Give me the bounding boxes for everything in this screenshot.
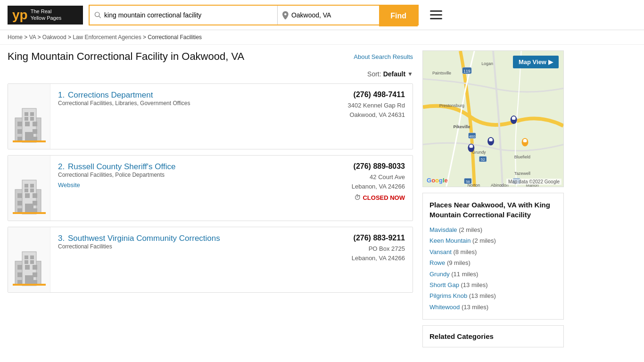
about-search-results-link[interactable]: About Search Results	[354, 53, 413, 60]
nearby-item: Keen Mountain (2 miles)	[429, 235, 557, 246]
card-title-3[interactable]: 3. Southwest Virginia Community Correcti…	[58, 234, 220, 243]
map-view-button[interactable]: Map View ▶	[513, 56, 559, 68]
svg-rect-22	[33, 193, 37, 198]
card-categories-2: Correctional Facilities, Police Departme…	[58, 172, 311, 178]
svg-text:Logan: Logan	[481, 61, 493, 66]
svg-rect-23	[17, 201, 22, 206]
card-address-1: 3402 Kennel Gap Rd Oakwood, VA 24631	[326, 101, 405, 119]
result-card-2: 2. Russell County Sheriff's Office Corre…	[8, 155, 413, 221]
card-phone-1[interactable]: (276) 498-7411	[326, 90, 405, 99]
svg-rect-36	[25, 265, 30, 270]
svg-point-2	[284, 13, 287, 15]
svg-rect-37	[33, 265, 37, 270]
sort-bar: Sort: Default ▼	[8, 66, 413, 83]
svg-point-73	[489, 138, 493, 142]
main-container: King Mountain Correctional Facility in O…	[0, 45, 644, 347]
svg-rect-28	[25, 184, 28, 188]
svg-rect-5	[17, 122, 22, 126]
logo[interactable]: yp The Real Yellow Pages	[8, 6, 83, 25]
svg-rect-7	[33, 122, 37, 126]
sort-label: Sort:	[367, 70, 381, 78]
svg-text:460: 460	[469, 134, 476, 139]
nearby-link[interactable]: Shortt Gap	[429, 281, 459, 288]
map-pin-2	[487, 137, 494, 146]
search-keyword-input[interactable]	[104, 11, 272, 19]
find-button[interactable]: Find	[379, 6, 418, 26]
card-title-2[interactable]: 2. Russell County Sheriff's Office	[58, 162, 175, 171]
card-number-1: 1.	[58, 90, 65, 99]
nearby-link[interactable]: Grundy	[429, 271, 450, 278]
svg-point-76	[512, 116, 516, 120]
closed-badge-2: ⏱ CLOSED NOW	[326, 194, 405, 201]
results-header: King Mountain Correctional Facility in O…	[8, 45, 413, 66]
map-svg: Paintsville Logan Prestonsburg Pikeville…	[423, 51, 563, 187]
svg-point-79	[523, 139, 527, 143]
card-number-2: 2.	[58, 162, 65, 171]
clock-icon-2: ⏱	[354, 194, 361, 201]
card-image-2	[8, 156, 50, 221]
svg-rect-35	[17, 265, 22, 270]
card-address-line1-1: 3402 Kennel Gap Rd	[326, 101, 405, 110]
svg-rect-30	[25, 189, 28, 192]
nearby-link[interactable]: Vansant	[429, 248, 452, 255]
map-view-label: Map View	[519, 58, 546, 66]
result-card-1: 1. Corrections Department Correctional F…	[8, 83, 413, 149]
card-address-line2-1: Oakwood, VA 24631	[326, 110, 405, 120]
breadcrumb-law-enforcement[interactable]: Law Enforcement Agencies	[73, 34, 141, 41]
svg-rect-46	[30, 260, 34, 264]
svg-text:Prestonsburg: Prestonsburg	[439, 103, 464, 108]
svg-rect-8	[17, 129, 22, 134]
svg-point-70	[469, 145, 473, 148]
card-title-1[interactable]: 1. Corrections Department	[58, 90, 153, 99]
results-section: King Mountain Correctional Facility in O…	[8, 45, 413, 347]
svg-rect-16	[30, 117, 34, 121]
svg-rect-44	[30, 255, 34, 259]
svg-rect-31	[30, 189, 34, 192]
card-address-line2-2: Lebanon, VA 24266	[326, 182, 405, 191]
svg-text:Paintsville: Paintsville	[432, 71, 451, 75]
breadcrumb-va[interactable]: VA	[29, 34, 36, 41]
search-location-input[interactable]	[291, 11, 374, 19]
nearby-link[interactable]: Keen Mountain	[429, 237, 471, 244]
card-phone-2[interactable]: (276) 889-8033	[326, 162, 405, 171]
hamburger-menu[interactable]	[430, 10, 442, 19]
breadcrumb-home[interactable]: Home	[8, 34, 23, 41]
sort-value[interactable]: Default	[383, 70, 405, 78]
breadcrumb-oakwood[interactable]: Oakwood	[42, 34, 66, 41]
card-name-2: Russell County Sheriff's Office	[68, 162, 175, 171]
svg-text:Bluefield: Bluefield	[514, 155, 530, 159]
svg-rect-47	[13, 284, 46, 286]
nearby-link[interactable]: Pilgrims Knob	[429, 292, 467, 299]
result-card-3: 3. Southwest Virginia Community Correcti…	[8, 227, 413, 293]
location-icon	[282, 11, 289, 19]
card-website-link-2[interactable]: Website	[58, 181, 80, 189]
map-attribution: Map data ©2022 Google	[506, 179, 561, 185]
search-bar: Find	[89, 5, 419, 25]
card-contact-2: (276) 889-8033 42 Court Ave Lebanon, VA …	[318, 156, 413, 221]
map-pin-1	[468, 144, 474, 152]
map-pin-3	[511, 115, 517, 124]
svg-rect-43	[25, 255, 28, 259]
sort-arrow-icon[interactable]: ▼	[407, 71, 413, 77]
nearby-title: Places Near Oakwood, VA with King Mounta…	[429, 200, 557, 220]
yp-logo-text: yp	[12, 8, 28, 22]
nearby-item: Pilgrims Knob (13 miles)	[429, 290, 557, 301]
card-phone-3[interactable]: (276) 883-9211	[326, 234, 405, 242]
svg-text:52: 52	[481, 157, 485, 162]
sidebar: Paintsville Logan Prestonsburg Pikeville…	[422, 45, 564, 347]
card-body-1: 1. Corrections Department Correctional F…	[50, 84, 318, 149]
nearby-item: Rowe (9 miles)	[429, 257, 557, 268]
nearby-item: Vansant (8 miles)	[429, 247, 557, 257]
building-icon-3	[13, 247, 46, 288]
nearby-link[interactable]: Whitewood	[429, 304, 460, 311]
svg-text:Tazewell: Tazewell	[514, 171, 530, 176]
location-field-wrapper	[278, 6, 379, 25]
svg-rect-14	[30, 112, 34, 116]
google-logo: Google	[427, 177, 448, 184]
header: yp The Real Yellow Pages Find	[0, 0, 644, 30]
nearby-link[interactable]: Rowe	[429, 259, 445, 266]
nearby-link[interactable]: Mavisdale	[429, 226, 457, 233]
card-image-1	[8, 84, 50, 149]
card-name-1: Corrections Department	[68, 90, 153, 99]
closed-text-2: CLOSED NOW	[363, 194, 405, 201]
